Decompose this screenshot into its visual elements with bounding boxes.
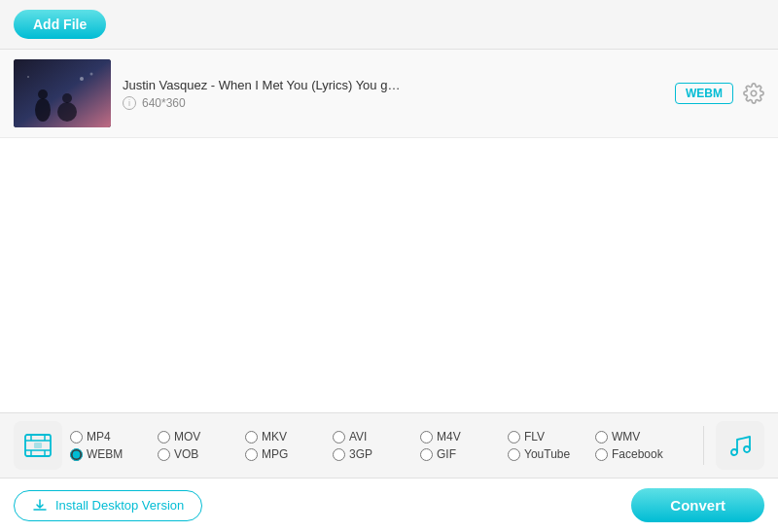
- file-thumbnail: [14, 59, 111, 127]
- svg-point-8: [751, 90, 757, 96]
- format-bar: MP4 MOV MKV AVI M4V FLV WMV: [0, 412, 778, 478]
- file-resolution: 640*360: [142, 96, 186, 110]
- format-option-gif[interactable]: GIF: [420, 447, 508, 461]
- audio-format-icon-box[interactable]: [716, 421, 764, 470]
- svg-point-4: [62, 93, 72, 103]
- convert-button[interactable]: Convert: [631, 488, 764, 522]
- format-option-avi[interactable]: AVI: [333, 430, 420, 443]
- film-icon: [23, 431, 53, 460]
- svg-rect-16: [34, 443, 42, 448]
- format-option-mp4[interactable]: MP4: [70, 430, 158, 443]
- header-bar: Add File: [0, 0, 778, 50]
- format-option-m4v[interactable]: M4V: [420, 430, 508, 443]
- format-divider: [703, 426, 704, 465]
- format-row-1: MP4 MOV MKV AVI M4V FLV WMV: [70, 430, 691, 443]
- svg-point-2: [38, 89, 48, 99]
- format-option-flv[interactable]: FLV: [508, 430, 595, 443]
- svg-point-5: [80, 77, 84, 81]
- file-meta: i 640*360: [123, 96, 663, 110]
- file-actions: WEBM: [675, 83, 764, 104]
- format-option-vob[interactable]: VOB: [158, 447, 245, 461]
- format-option-facebook[interactable]: Facebook: [595, 447, 683, 461]
- format-option-mkv[interactable]: MKV: [245, 430, 333, 443]
- format-row-2: WEBM VOB MPG 3GP GIF YouTube Facebook: [70, 447, 691, 461]
- svg-point-17: [731, 449, 737, 455]
- install-label: Install Desktop Version: [55, 498, 184, 513]
- svg-point-3: [57, 102, 77, 122]
- info-icon: i: [123, 96, 136, 110]
- add-file-button[interactable]: Add File: [14, 10, 106, 39]
- format-option-3gp[interactable]: 3GP: [333, 447, 420, 461]
- svg-point-7: [27, 76, 29, 78]
- file-name: Justin Vasquez - When I Met You (Lyrics)…: [123, 78, 663, 92]
- file-info: Justin Vasquez - When I Met You (Lyrics)…: [123, 78, 663, 110]
- install-desktop-button[interactable]: Install Desktop Version: [14, 490, 202, 521]
- format-option-webm[interactable]: WEBM: [70, 447, 158, 461]
- svg-point-6: [90, 73, 93, 76]
- video-format-icon-box[interactable]: [14, 421, 62, 470]
- file-list-area: Justin Vasquez - When I Met You (Lyrics)…: [0, 50, 778, 412]
- settings-icon[interactable]: [743, 83, 764, 104]
- format-option-mpg[interactable]: MPG: [245, 447, 333, 461]
- format-option-youtube[interactable]: YouTube: [508, 447, 595, 461]
- download-icon: [32, 498, 48, 514]
- footer-bar: Install Desktop Version Convert: [0, 478, 778, 532]
- format-badge[interactable]: WEBM: [675, 83, 733, 104]
- format-option-mov[interactable]: MOV: [158, 430, 245, 443]
- file-item: Justin Vasquez - When I Met You (Lyrics)…: [0, 50, 778, 138]
- svg-point-1: [35, 98, 51, 122]
- format-option-wmv[interactable]: WMV: [595, 430, 683, 443]
- format-options-container: MP4 MOV MKV AVI M4V FLV WMV: [70, 430, 691, 461]
- music-icon: [725, 431, 755, 460]
